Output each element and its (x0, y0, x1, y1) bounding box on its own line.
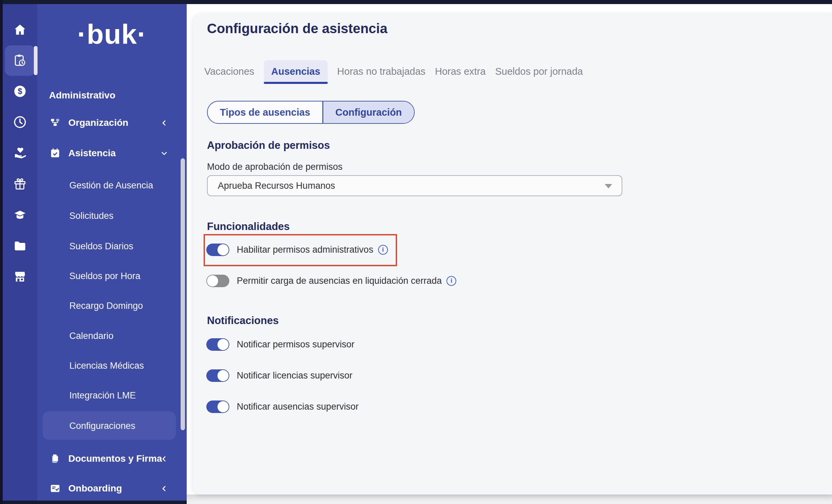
section-heading-funcionalidades: Funcionalidades (207, 221, 290, 233)
main-content: Configuración de asistencia Vacaciones A… (187, 4, 832, 504)
approval-mode-select[interactable]: Aprueba Recursos Humanos (207, 175, 622, 196)
select-caret-icon (605, 184, 612, 188)
sidebar-item-organizacion[interactable]: Organización (37, 112, 187, 133)
sidebar-subitem-sueldos-diarios[interactable]: Sueldos Diarios (37, 236, 187, 256)
sidebar: ·buk· Administrativo Organización Asiste… (37, 4, 187, 504)
sidebar-item-label: Onboarding (68, 483, 122, 494)
toggle-permitir-carga-ausencias[interactable] (206, 275, 229, 287)
tab-horas-extra[interactable]: Horas extra (435, 60, 486, 84)
toggle-notificar-ausencias-supervisor[interactable] (206, 400, 229, 413)
section-heading-notificaciones: Notificaciones (207, 315, 279, 327)
submenu-label: Calendario (69, 331, 114, 341)
chevron-left-icon (160, 484, 169, 493)
benefits-hand-heart-icon (13, 146, 27, 160)
chevron-left-icon (160, 454, 169, 463)
sidebar-subitem-gestion-de-ausencia[interactable]: Gestión de Ausencia (37, 176, 187, 195)
sidebar-subitem-integracion-lme[interactable]: Integración LME (37, 386, 187, 405)
submenu-label: Sueldos Diarios (69, 241, 133, 252)
chevron-left-icon (160, 118, 169, 128)
active-rail-indicator-bar (34, 46, 38, 75)
sidebar-item-label: Organización (68, 117, 128, 128)
documents-icon (49, 453, 61, 464)
sidebar-item-label: Documentos y Firma (68, 453, 162, 464)
attendance-clipboard-clock-icon (13, 53, 27, 67)
page-bottom-shadow (187, 495, 832, 504)
toggle-row-notificar-permisos: Notificar permisos supervisor (206, 334, 354, 355)
tab-ausencias-active[interactable]: Ausencias (264, 60, 328, 84)
rail-item-files[interactable] (13, 239, 27, 253)
toggle-knob (217, 339, 229, 350)
submenu-label: Configuraciones (69, 421, 135, 431)
rail-item-payroll[interactable]: $ (13, 84, 27, 98)
sidebar-subitem-recargo-domingo[interactable]: Recargo Domingo (37, 296, 187, 316)
tab-vacaciones[interactable]: Vacaciones (204, 60, 254, 84)
submenu-label: Gestión de Ausencia (69, 180, 153, 191)
sidebar-subitem-sueldos-por-hora[interactable]: Sueldos por Hora (37, 266, 187, 286)
submenu-label: Licencias Médicas (69, 361, 144, 371)
home-icon (13, 23, 27, 37)
settings-card: Configuración de asistencia Vacaciones A… (193, 14, 832, 495)
rail-item-attendance[interactable] (13, 53, 27, 67)
calendar-check-icon (49, 147, 61, 159)
buk-logo[interactable]: ·buk· (37, 18, 187, 50)
rail-item-gifts[interactable] (13, 177, 27, 191)
window-frame-top (0, 0, 832, 4)
icon-rail: $ (3, 4, 37, 504)
toggle-label: Notificar licencias supervisor (237, 370, 352, 381)
toggle-label: Permitir carga de ausencias en liquidaci… (237, 276, 442, 286)
toggle-knob (217, 401, 229, 412)
sidebar-subitem-licencias-medicas[interactable]: Licencias Médicas (37, 356, 187, 375)
payroll-dollar-icon: $ (13, 84, 27, 98)
toggle-label: Notificar ausencias supervisor (237, 402, 359, 412)
page-title: Configuración de asistencia (207, 21, 387, 36)
svg-text:$: $ (18, 87, 22, 96)
chevron-down-icon (160, 149, 169, 158)
segment-tipos-de-ausencias[interactable]: Tipos de ausencias (208, 101, 322, 123)
window-frame-bottom (0, 501, 187, 504)
sidebar-item-onboarding[interactable]: Onboarding (37, 478, 187, 499)
info-icon[interactable] (446, 276, 456, 286)
toggle-row-notificar-licencias: Notificar licencias supervisor (206, 365, 352, 386)
sitemap-icon (49, 117, 61, 129)
folder-icon (13, 239, 27, 253)
toggle-knob (207, 275, 218, 287)
sidebar-item-label: Asistencia (68, 148, 116, 159)
rail-item-time[interactable] (13, 115, 27, 129)
submenu-label: Integración LME (69, 390, 136, 401)
sidebar-item-asistencia[interactable]: Asistencia (37, 143, 187, 164)
gift-icon (13, 177, 27, 191)
tab-horas-no-trabajadas[interactable]: Horas no trabajadas (337, 60, 425, 84)
marketplace-store-icon (13, 270, 27, 284)
rail-item-training[interactable] (13, 208, 27, 222)
rail-item-benefits[interactable] (13, 146, 27, 160)
segmented-control: Tipos de ausencias Configuración (207, 101, 415, 124)
toggle-row-permitir-carga: Permitir carga de ausencias en liquidaci… (206, 270, 456, 291)
select-value: Aprueba Recursos Humanos (218, 181, 335, 191)
tab-bar: Vacaciones Ausencias Horas no trabajadas… (204, 60, 583, 84)
segment-configuracion-selected[interactable]: Configuración (323, 101, 414, 123)
rail-item-marketplace[interactable] (13, 270, 27, 284)
app-window: $ (0, 0, 832, 504)
sidebar-subitem-solicitudes[interactable]: Solicitudes (37, 206, 187, 226)
sidebar-scrollbar[interactable] (181, 158, 185, 430)
toggle-notificar-licencias-supervisor[interactable] (206, 369, 229, 382)
window-frame-left (0, 0, 3, 504)
rail-item-home[interactable] (13, 23, 27, 37)
training-graduation-cap-icon (13, 208, 27, 222)
sidebar-section-label: Administrativo (49, 90, 115, 101)
sidebar-subitem-configuraciones-active[interactable]: Configuraciones (37, 416, 187, 436)
sidebar-item-documentos-y-firma[interactable]: Documentos y Firma (37, 448, 187, 469)
sidebar-subitem-calendario[interactable]: Calendario (37, 326, 187, 346)
time-clock-icon (13, 115, 27, 129)
annotation-highlight-box (204, 234, 397, 266)
submenu-label: Sueldos por Hora (69, 271, 140, 281)
select-field-label: Modo de aprobación de permisos (207, 162, 343, 172)
toggle-row-notificar-ausencias: Notificar ausencias supervisor (206, 396, 359, 417)
toggle-knob (217, 370, 229, 381)
onboarding-checklist-icon (49, 483, 61, 494)
submenu-label: Solicitudes (69, 211, 114, 221)
tab-sueldos-por-jornada[interactable]: Sueldos por jornada (495, 60, 583, 84)
toggle-notificar-permisos-supervisor[interactable] (206, 338, 229, 351)
toggle-label: Notificar permisos supervisor (237, 339, 354, 350)
submenu-label: Recargo Domingo (69, 301, 143, 311)
